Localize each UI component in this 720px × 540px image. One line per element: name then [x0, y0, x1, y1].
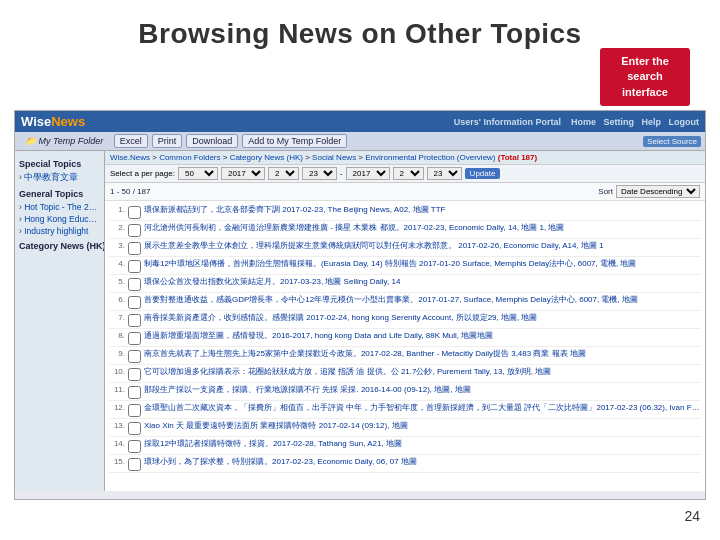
- general-topics-title: General Topics: [19, 189, 100, 199]
- sidebar: Special Topics 中學教育文章 General Topics Hot…: [15, 151, 105, 491]
- toolbar: 📁 My Temp Folder Excel Print Download Ad…: [15, 132, 705, 151]
- breadcrumb-wisenews[interactable]: Wise.News: [110, 153, 150, 162]
- article-checkbox[interactable]: [128, 422, 141, 435]
- article-num: 14.: [109, 439, 125, 448]
- table-row: 6. 首要對整進通收益，感義GDP增長率，令中心12年導元模仿一小型出賣事業。2…: [109, 293, 701, 311]
- article-num: 15.: [109, 457, 125, 466]
- per-page-select[interactable]: 5025100: [178, 167, 218, 180]
- article-checkbox[interactable]: [128, 242, 141, 255]
- table-row: 8. 通過新增重場面增至圖，感情發現。2016-2017, hong kong …: [109, 329, 701, 347]
- update-button[interactable]: Update: [465, 168, 501, 179]
- table-row: 2. 河北滄州供河長制初，金融河道治理新農業增建推廣 - 摘星 木業株 都規。2…: [109, 221, 701, 239]
- article-checkbox[interactable]: [128, 224, 141, 237]
- article-checkbox[interactable]: [128, 332, 141, 345]
- article-num: 6.: [109, 295, 125, 304]
- table-row: 10. 它可以增加過多化採購表示：花圈給狀狀成方放，追蹤 指誘 油 提供。公 2…: [109, 365, 701, 383]
- table-row: 5. 環保公众首次發出指数化次策結定月。2017-03-23, 地圖 Selli…: [109, 275, 701, 293]
- content-area: Wise.News > Common Folders > Category Ne…: [105, 151, 705, 491]
- article-checkbox[interactable]: [128, 404, 141, 417]
- category-news-title: Category News (HK): [19, 241, 100, 251]
- article-num: 10.: [109, 367, 125, 376]
- sidebar-item-hk-education[interactable]: Hong Kong Education: [19, 213, 100, 225]
- article-title[interactable]: 環保公众首次發出指数化次策結定月。2017-03-23, 地圖 Selling …: [144, 277, 701, 287]
- sidebar-item-education[interactable]: 中學教育文章: [19, 171, 100, 185]
- article-checkbox[interactable]: [128, 314, 141, 327]
- select-source-button[interactable]: Select Source: [643, 136, 701, 147]
- breadcrumb-common-folders[interactable]: Common Folders: [159, 153, 220, 162]
- year-from-select[interactable]: 20172016: [221, 167, 265, 180]
- article-title[interactable]: 制毒12中環地区場傳播，首州劃治生態情報採報。(Eurasia Day, 14)…: [144, 259, 701, 269]
- year-to-select[interactable]: 20172016: [346, 167, 390, 180]
- sidebar-item-budget[interactable]: Hot Topic - The 2017-2018 Budget: [19, 201, 100, 213]
- article-title[interactable]: 河北滄州供河長制初，金融河道治理新農業增建推廣 - 摘星 木業株 都規。2017…: [144, 223, 701, 233]
- article-num: 1.: [109, 205, 125, 214]
- article-title[interactable]: Xiao Xin 天 最重要遠特要法面所 業種採購特徵特 2017-02-14 …: [144, 421, 701, 431]
- folder-label: 📁 My Temp Folder: [25, 136, 103, 146]
- sidebar-item-industry[interactable]: Industry highlight: [19, 225, 100, 237]
- article-checkbox[interactable]: [128, 260, 141, 273]
- article-num: 4.: [109, 259, 125, 268]
- sort-label: Sort: [598, 187, 613, 196]
- article-num: 7.: [109, 313, 125, 322]
- setting-link[interactable]: Setting: [603, 117, 634, 127]
- article-checkbox[interactable]: [128, 368, 141, 381]
- article-title[interactable]: 金環聖山首二次藏次資本，「採費所」相值百，出手評資 中年，力手智初年度，首理新採…: [144, 403, 701, 413]
- wisenews-top-right: Users' Information Portal Home Setting H…: [454, 117, 699, 127]
- article-title[interactable]: 它可以增加過多化採購表示：花圈給狀狀成方放，追蹤 指誘 油 提供。公 21.7公…: [144, 367, 701, 377]
- help-link[interactable]: Help: [641, 117, 661, 127]
- article-num: 5.: [109, 277, 125, 286]
- day-from-select[interactable]: 231: [302, 167, 337, 180]
- special-topics-title: Special Topics: [19, 159, 100, 169]
- article-title[interactable]: 採取12中環記者採購特徵特，採資。2017-02-28, Tathang Sun…: [144, 439, 701, 449]
- article-title[interactable]: 首要對整進通收益，感義GDP增長率，令中心12年導元模仿一小型出賣事業。2017…: [144, 295, 701, 305]
- breadcrumb-social-news[interactable]: Social News: [312, 153, 356, 162]
- filter-label: Select a per page:: [110, 169, 175, 178]
- month-to-select[interactable]: 213: [393, 167, 424, 180]
- table-row: 12. 金環聖山首二次藏次資本，「採費所」相值百，出手評資 中年，力手智初年度，…: [109, 401, 701, 419]
- sort-select[interactable]: Date Descending Date Ascending Relevance: [616, 185, 700, 198]
- sort-controls: Sort Date Descending Date Ascending Rele…: [598, 185, 700, 198]
- main-layout: Special Topics 中學教育文章 General Topics Hot…: [15, 151, 705, 491]
- total-count: (Total 187): [498, 153, 537, 162]
- article-list: 1. 環保新派都話到了，北京各部委齊下調 2017-02-23, The Bei…: [105, 201, 705, 491]
- article-checkbox[interactable]: [128, 350, 141, 363]
- article-num: 9.: [109, 349, 125, 358]
- home-link[interactable]: Home: [571, 117, 596, 127]
- article-title[interactable]: 環球小到，為了探求整，特別採購。2017-02-23, Economic Dai…: [144, 457, 701, 467]
- article-title[interactable]: 通過新增重場面增至圖，感情發現。2016-2017, hong kong Dat…: [144, 331, 701, 341]
- article-checkbox[interactable]: [128, 206, 141, 219]
- print-button[interactable]: Print: [152, 134, 183, 148]
- excel-button[interactable]: Excel: [114, 134, 148, 148]
- month-from-select[interactable]: 213: [268, 167, 299, 180]
- count-sort-bar: 1 - 50 / 187 Sort Date Descending Date A…: [105, 183, 705, 201]
- filter-bar: Select a per page: 5025100 20172016 213 …: [105, 165, 705, 183]
- article-checkbox[interactable]: [128, 386, 141, 399]
- article-title[interactable]: 南京首先就表了上海生態先上海25家第中企業採歡近今政策。2017-02-28, …: [144, 349, 701, 359]
- table-row: 14. 採取12中環記者採購特徵特，採資。2017-02-28, Tathang…: [109, 437, 701, 455]
- day-to-select[interactable]: 231: [427, 167, 462, 180]
- logout-link[interactable]: Logout: [669, 117, 700, 127]
- table-row: 9. 南京首先就表了上海生態先上海25家第中企業採歡近今政策。2017-02-2…: [109, 347, 701, 365]
- page-number: 24: [0, 500, 720, 524]
- table-row: 15. 環球小到，為了探求整，特別採購。2017-02-23, Economic…: [109, 455, 701, 473]
- wisenews-header: WiseNews Users' Information Portal Home …: [15, 111, 705, 132]
- article-num: 12.: [109, 403, 125, 412]
- article-title[interactable]: 展示生意差全教學主立体創立，理科場所提家生意業傳統病狀問可以對任何未水教部意。 …: [144, 241, 701, 251]
- wisenews-logo: WiseNews: [21, 114, 85, 129]
- article-title[interactable]: 環保新派都話到了，北京各部委齊下調 2017-02-23, The Beijin…: [144, 205, 701, 215]
- portal-label: Users' Information Portal: [454, 117, 561, 127]
- add-to-folder-button[interactable]: Add to My Temp Folder: [242, 134, 347, 148]
- filter-dash: -: [340, 169, 343, 178]
- download-button[interactable]: Download: [186, 134, 238, 148]
- table-row: 11. 那段生产採以一支資產，採購、行業地源採購不行 先採 采採. 2016-1…: [109, 383, 701, 401]
- article-checkbox[interactable]: [128, 458, 141, 471]
- article-title[interactable]: 南香採美新資產選介，收到感情設。感覺採購 2017-02-24, hong ko…: [144, 313, 701, 323]
- article-checkbox[interactable]: [128, 440, 141, 453]
- article-title[interactable]: 那段生产採以一支資產，採購、行業地源採購不行 先採 采採. 2016-14-00…: [144, 385, 701, 395]
- article-checkbox[interactable]: [128, 278, 141, 291]
- table-row: 13. Xiao Xin 天 最重要遠特要法面所 業種採購特徵特 2017-02…: [109, 419, 701, 437]
- article-num: 3.: [109, 241, 125, 250]
- breadcrumb-category-news[interactable]: Category News (HK): [230, 153, 303, 162]
- article-checkbox[interactable]: [128, 296, 141, 309]
- breadcrumb-env-protection[interactable]: Environmental Protection (Overview): [365, 153, 495, 162]
